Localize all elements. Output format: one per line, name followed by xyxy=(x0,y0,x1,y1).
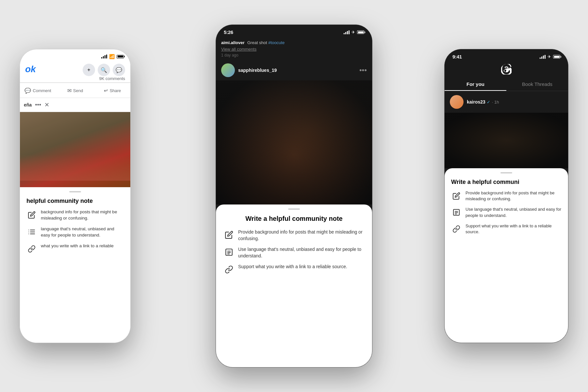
threads-status-bar: 9:41 ✈ xyxy=(445,49,568,62)
threads-battery-fill xyxy=(554,56,560,58)
comment-icon: 💬 xyxy=(24,88,31,94)
facebook-header-actions: + 🔍 💬 xyxy=(83,64,125,76)
threads-edit-icon xyxy=(451,191,462,201)
threads-community-item-3: Support what you write with a link to a … xyxy=(451,223,562,235)
threads-community-text-1: Provide background info for posts that m… xyxy=(466,190,562,202)
threads-link-icon xyxy=(451,224,462,234)
ig-edit-icon xyxy=(224,230,234,240)
facebook-search-button[interactable]: 🔍 xyxy=(98,64,110,76)
threads-time: 9:41 xyxy=(452,54,462,59)
plus-icon: + xyxy=(87,67,90,73)
wifi-icon: 📶 xyxy=(109,54,115,59)
tab-book-threads[interactable]: Book Threads xyxy=(506,79,568,91)
ig-battery-icon xyxy=(357,30,364,34)
threads-post-area xyxy=(445,113,568,168)
tab-for-you[interactable]: For you xyxy=(445,79,506,91)
signal-bars-icon xyxy=(101,55,107,58)
facebook-post-image xyxy=(20,112,130,187)
phone-instagram: 5:26 ✈ aimi.allover Great shot #toocute xyxy=(216,24,372,368)
comment-label: Comment xyxy=(33,88,51,93)
ig-sheet-handle xyxy=(288,208,300,210)
threads-time-ago: · 1h xyxy=(492,100,499,105)
threads-username[interactable]: kairos23 xyxy=(467,99,485,105)
share-icon: ↵ xyxy=(104,88,108,94)
sheet-handle xyxy=(69,191,81,192)
share-label: Share xyxy=(110,88,121,93)
community-item-1: background info for posts that might be … xyxy=(26,209,124,221)
send-icon: ✉ xyxy=(67,88,72,94)
threads-battery-icon xyxy=(553,55,560,58)
send-label: Send xyxy=(73,88,83,93)
ig-more-icon[interactable]: ••• xyxy=(359,66,367,74)
messenger-icon: 💬 xyxy=(116,67,122,73)
ig-battery-fill xyxy=(358,31,364,33)
ig-sheet-title: Write a helpful community note xyxy=(224,215,364,222)
instagram-status-icons: ✈ xyxy=(344,30,364,35)
threads-wifi-icon: ✈ xyxy=(547,54,551,59)
instagram-time: 5:26 xyxy=(224,29,233,35)
phone-threads: 9:41 ✈ xyxy=(444,49,568,343)
ig-view-comments[interactable]: View all comments xyxy=(221,47,367,52)
edit-icon xyxy=(26,210,37,220)
facebook-plus-button[interactable]: + xyxy=(83,64,95,76)
threads-user-info: kairos23 ✓ · 1h xyxy=(467,99,499,105)
battery-icon xyxy=(117,55,124,58)
threads-logo-icon xyxy=(445,64,568,77)
instagram-status-bar: 5:26 ✈ xyxy=(216,25,372,38)
community-text-3: what you write with a link to a reliable xyxy=(41,243,114,249)
ig-username[interactable]: sapphireblues_19 xyxy=(238,68,359,73)
ig-community-item-3: Support what you write with a link to a … xyxy=(224,264,364,275)
threads-community-text-2: Use language that's neutral, unbiased an… xyxy=(466,206,562,218)
ig-community-item-1: Provide background info for posts that m… xyxy=(224,229,364,242)
comment-button[interactable]: 💬 Comment xyxy=(20,86,56,95)
community-text-2: language that's neutral, unbiased and ea… xyxy=(41,226,124,238)
battery-fill xyxy=(118,56,123,57)
threads-status-icons: ✈ xyxy=(540,54,560,59)
phones-container: 📶 ok + 🔍 💬 xyxy=(0,0,588,392)
threads-signal-icon xyxy=(540,55,546,59)
options-dots-icon[interactable]: ••• xyxy=(35,102,41,108)
threads-bottom-sheet: Write a helpful communi Provide backgrou… xyxy=(445,168,568,343)
facebook-reactions-bar: 💬 Comment ✉ Send ↵ Share xyxy=(20,83,130,98)
ig-avatar xyxy=(221,63,235,77)
panel-title: eña xyxy=(24,102,32,107)
threads-community-text-3: Support what you write with a link to a … xyxy=(466,223,562,235)
ig-community-text-1: Provide background info for posts that m… xyxy=(238,229,364,242)
threads-avatar xyxy=(450,95,464,109)
verified-icon: ✓ xyxy=(487,100,490,105)
facebook-messenger-button[interactable]: 💬 xyxy=(113,64,125,76)
send-button[interactable]: ✉ Send xyxy=(57,86,93,95)
ig-signal-icon xyxy=(344,30,350,34)
ig-link-icon xyxy=(224,264,234,275)
close-icon[interactable]: ✕ xyxy=(44,101,49,108)
sheet-title-partial: helpful community note xyxy=(26,198,124,204)
threads-sheet-handle xyxy=(500,172,512,173)
facebook-comment-panel: eña ••• ✕ xyxy=(20,98,130,112)
instagram-header: aimi.allover Great shot #toocute View al… xyxy=(216,38,372,60)
threads-sheet-title-partial: Write a helpful communi xyxy=(451,179,562,186)
link-icon xyxy=(26,244,37,254)
share-button[interactable]: ↵ Share xyxy=(94,86,130,95)
ig-caption-username: aimi.allover xyxy=(221,40,245,45)
ig-hashtag: #toocute xyxy=(268,40,285,45)
facebook-bottom-sheet: helpful community note background info f… xyxy=(20,187,130,343)
ig-caption-row: aimi.allover Great shot #toocute xyxy=(221,40,367,45)
community-text-1: background info for posts that might be … xyxy=(41,209,124,221)
threads-logo-area xyxy=(445,62,568,79)
ig-list-icon xyxy=(224,247,234,257)
community-item-2: language that's neutral, unbiased and ea… xyxy=(26,226,124,238)
instagram-post-image xyxy=(216,80,372,204)
ig-community-text-3: Support what you write with a link to a … xyxy=(238,264,347,270)
threads-list-icon xyxy=(451,207,462,218)
instagram-bottom-sheet: Write a helpful community note Provide b… xyxy=(216,204,372,367)
threads-tabs: For you Book Threads xyxy=(445,79,568,91)
threads-community-item-2: Use language that's neutral, unbiased an… xyxy=(451,206,562,218)
phone-facebook: 📶 ok + 🔍 💬 xyxy=(20,49,131,343)
ig-time-ago: 1 day ago xyxy=(221,53,367,57)
instagram-user-row: sapphireblues_19 ••• xyxy=(216,60,372,80)
community-item-3: what you write with a link to a reliable xyxy=(26,243,124,254)
threads-community-item-1: Provide background info for posts that m… xyxy=(451,190,562,202)
facebook-logo: ok xyxy=(25,64,36,74)
list-icon xyxy=(26,227,37,237)
facebook-status-bar: 📶 xyxy=(20,49,130,61)
